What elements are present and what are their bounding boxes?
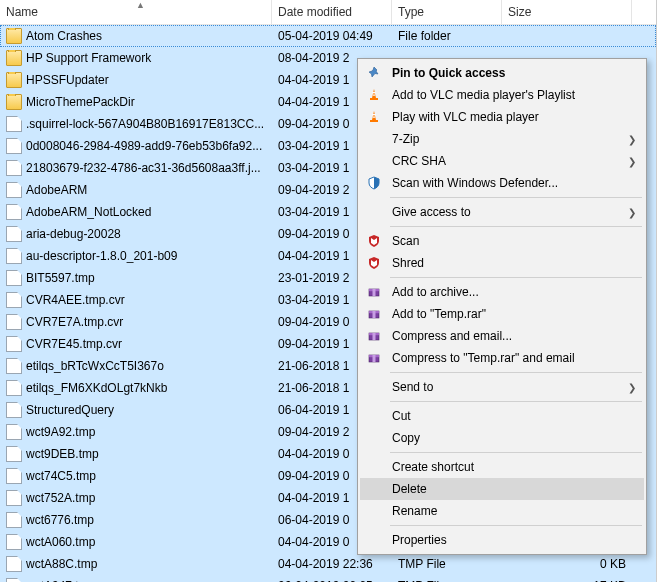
table-row[interactable]: Atom Crashes05-04-2019 04:49File folder <box>0 25 656 47</box>
context-menu-label: Add to "Temp.rar" <box>392 307 638 321</box>
file-icon <box>6 336 22 352</box>
context-menu-item[interactable]: Add to archive... <box>360 281 644 303</box>
cell-name: Atom Crashes <box>0 28 272 44</box>
context-menu-item[interactable]: CRC SHA❯ <box>360 150 644 172</box>
column-header-date[interactable]: Date modified <box>272 0 392 24</box>
context-menu-item[interactable]: Rename <box>360 500 644 522</box>
context-menu-item[interactable]: Play with VLC media player <box>360 106 644 128</box>
file-name-label: BIT5597.tmp <box>26 271 95 285</box>
svg-rect-17 <box>373 355 376 362</box>
file-name-label: CVR4AEE.tmp.cvr <box>26 293 125 307</box>
cell-name: etilqs_FM6XKdOLgt7kNkb <box>0 380 272 396</box>
svg-rect-8 <box>373 289 376 296</box>
context-menu-item[interactable]: Add to "Temp.rar" <box>360 303 644 325</box>
defender-icon <box>364 175 384 191</box>
context-menu-item[interactable]: Add to VLC media player's Playlist <box>360 84 644 106</box>
context-menu-item[interactable]: Give access to❯ <box>360 201 644 223</box>
winrar-icon <box>364 350 384 366</box>
submenu-arrow-icon: ❯ <box>628 382 638 393</box>
cell-date: 04-04-2019 22:36 <box>272 557 392 571</box>
file-icon <box>6 182 22 198</box>
context-menu: Pin to Quick accessAdd to VLC media play… <box>357 58 647 555</box>
cell-date: 05-04-2019 04:49 <box>272 29 392 43</box>
column-header-row: ▲ Name Date modified Type Size <box>0 0 656 25</box>
column-header-size[interactable]: Size <box>502 0 632 24</box>
context-menu-item[interactable]: Properties <box>360 529 644 551</box>
cell-name: wct9DEB.tmp <box>0 446 272 462</box>
cell-name: wctA060.tmp <box>0 534 272 550</box>
context-menu-item[interactable]: Scan <box>360 230 644 252</box>
file-name-label: AdobeARM_NotLocked <box>26 205 151 219</box>
winrar-icon <box>364 284 384 300</box>
table-row[interactable]: wctA947.tmp06-04-2019 00:05TMP File17 KB <box>0 575 656 582</box>
sort-ascending-icon: ▲ <box>136 0 145 10</box>
cell-name: au-descriptor-1.8.0_201-b09 <box>0 248 272 264</box>
context-menu-separator <box>390 226 642 227</box>
context-menu-separator <box>390 401 642 402</box>
file-name-label: wctA060.tmp <box>26 535 95 549</box>
file-name-label: HPSSFUpdater <box>26 73 109 87</box>
file-icon <box>6 204 22 220</box>
file-name-label: au-descriptor-1.8.0_201-b09 <box>26 249 177 263</box>
context-menu-label: 7-Zip <box>392 132 620 146</box>
file-icon <box>6 138 22 154</box>
table-row[interactable]: wctA88C.tmp04-04-2019 22:36TMP File0 KB <box>0 553 656 575</box>
cell-name: wctA88C.tmp <box>0 556 272 572</box>
cell-name: HPSSFUpdater <box>0 72 272 88</box>
folder-icon <box>6 94 22 110</box>
context-menu-item[interactable]: Pin to Quick access <box>360 62 644 84</box>
cell-size: 0 KB <box>502 557 632 571</box>
file-icon <box>6 446 22 462</box>
submenu-arrow-icon: ❯ <box>628 156 638 167</box>
context-menu-item[interactable]: Send to❯ <box>360 376 644 398</box>
folder-icon <box>6 72 22 88</box>
context-menu-separator <box>390 277 642 278</box>
file-name-label: wct74C5.tmp <box>26 469 96 483</box>
mcafee-icon <box>364 255 384 271</box>
context-menu-item[interactable]: Compress to "Temp.rar" and email <box>360 347 644 369</box>
file-icon <box>6 578 22 582</box>
file-icon <box>6 292 22 308</box>
context-menu-item[interactable]: Scan with Windows Defender... <box>360 172 644 194</box>
context-menu-item[interactable]: Compress and email... <box>360 325 644 347</box>
file-name-label: CVR7E45.tmp.cvr <box>26 337 122 351</box>
svg-rect-14 <box>373 333 376 340</box>
context-menu-label: Delete <box>392 482 638 496</box>
file-name-label: CVR7E7A.tmp.cvr <box>26 315 123 329</box>
context-menu-label: Shred <box>392 256 638 270</box>
context-menu-separator <box>390 525 642 526</box>
winrar-icon <box>364 306 384 322</box>
file-icon <box>6 402 22 418</box>
file-icon <box>6 512 22 528</box>
cell-name: 21803679-f232-4786-ac31-36d5608aa3ff.j..… <box>0 160 272 176</box>
submenu-arrow-icon: ❯ <box>628 134 638 145</box>
context-menu-label: Cut <box>392 409 638 423</box>
pin-icon <box>364 65 384 81</box>
context-menu-label: CRC SHA <box>392 154 620 168</box>
context-menu-item[interactable]: 7-Zip❯ <box>360 128 644 150</box>
file-icon <box>6 358 22 374</box>
file-explorer-view: ▲ Name Date modified Type Size Atom Cras… <box>0 0 657 582</box>
cell-name: wct9A92.tmp <box>0 424 272 440</box>
cell-name: BIT5597.tmp <box>0 270 272 286</box>
context-menu-item[interactable]: Cut <box>360 405 644 427</box>
file-icon <box>6 380 22 396</box>
context-menu-item[interactable]: Delete <box>360 478 644 500</box>
context-menu-item[interactable]: Shred <box>360 252 644 274</box>
context-menu-label: Give access to <box>392 205 620 219</box>
context-menu-item[interactable]: Create shortcut <box>360 456 644 478</box>
cell-name: wctA947.tmp <box>0 578 272 582</box>
context-menu-separator <box>390 372 642 373</box>
context-menu-label: Compress to "Temp.rar" and email <box>392 351 638 365</box>
context-menu-label: Play with VLC media player <box>392 110 638 124</box>
context-menu-label: Properties <box>392 533 638 547</box>
context-menu-item[interactable]: Copy <box>360 427 644 449</box>
cell-name: HP Support Framework <box>0 50 272 66</box>
winrar-icon <box>364 328 384 344</box>
blank-icon <box>364 532 384 548</box>
blank-icon <box>364 503 384 519</box>
column-header-type[interactable]: Type <box>392 0 502 24</box>
vlc-icon <box>364 109 384 125</box>
file-name-label: HP Support Framework <box>26 51 151 65</box>
cell-name: CVR4AEE.tmp.cvr <box>0 292 272 308</box>
